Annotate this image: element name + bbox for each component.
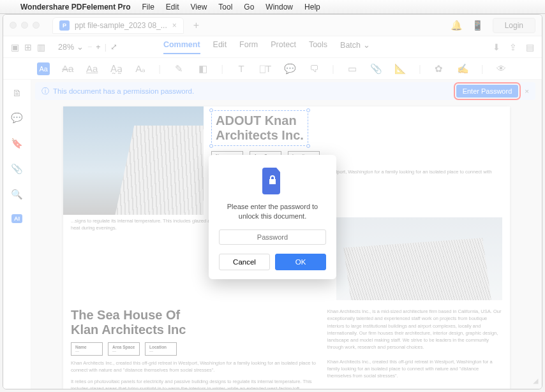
menu-go[interactable]: Go [244,3,254,11]
menu-file[interactable]: File [142,3,154,11]
menu-tool[interactable]: Tool [218,3,232,11]
menu-help[interactable]: Help [304,3,320,11]
dialog-message: Please enter the password to unlock this… [219,202,326,222]
lock-document-icon [261,168,284,194]
menu-view[interactable]: View [191,3,207,11]
system-menubar: Wondershare PDFelement Pro File Edit Vie… [0,0,545,14]
password-dialog: Please enter the password to unlock this… [209,155,336,279]
menu-edit[interactable]: Edit [166,3,179,11]
cancel-button[interactable]: Cancel [219,254,270,270]
ok-button[interactable]: OK [275,254,326,270]
menu-window[interactable]: Window [265,3,293,11]
app-name[interactable]: Wondershare PDFelement Pro [20,3,131,11]
password-input[interactable] [219,229,326,245]
app-window: P ppt file-sample_2023 08_... × + 🔔 📱 Lo… [3,14,542,389]
